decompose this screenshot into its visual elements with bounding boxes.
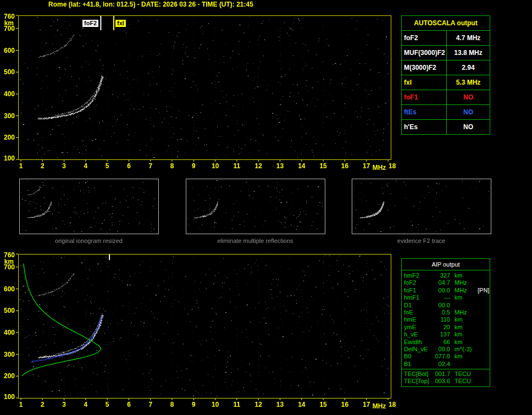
aip-row-extra	[476, 361, 478, 368]
aip-row-extra	[476, 279, 478, 286]
autoscala-row-label: MUF(3000)F2	[402, 46, 447, 60]
aip-row-unit	[450, 361, 476, 368]
aip-row-name: hmF2	[402, 272, 434, 279]
aip-row-extra	[476, 294, 478, 301]
autoscala-row-value: NO	[447, 90, 490, 104]
aip-row-unit: km	[450, 272, 476, 279]
page-title: Rome (lat: +41.8, lon: 012.5) - DATE: 20…	[48, 1, 253, 8]
aip-row: B102.4	[402, 361, 490, 368]
aip-row-unit: km	[450, 339, 476, 346]
autoscala-panel-title: AUTOSCALA output	[402, 16, 490, 30]
thumbnail-caption-original: original ionogram resized	[19, 237, 158, 244]
aip-row-unit: km	[450, 353, 476, 360]
autoscala-row-value: NO	[447, 120, 490, 134]
aip-row-value: 00.0	[434, 346, 450, 353]
aip-row-extra	[476, 339, 478, 346]
aip-row-value: 003.6	[434, 378, 450, 385]
thumbnail-eliminate-reflections	[186, 179, 325, 234]
aip-row-value: 00.0	[434, 302, 450, 309]
aip-row-extra	[476, 316, 478, 323]
aip-row-name: hmE	[402, 316, 434, 323]
autoscala-row-label: foF1	[402, 90, 447, 104]
thumbnail-original-ionogram	[19, 179, 158, 234]
aip-row-name: hmF1	[402, 294, 434, 301]
aip-row: foE0.5MHz	[402, 309, 490, 316]
aip-row-extra	[476, 353, 478, 360]
aip-row: TEC[Top]003.6TECU	[402, 378, 490, 385]
autoscala-table-rows: foF24.7 MHzMUF(3000)F213.8 MHzM(3000)F22…	[402, 30, 490, 134]
aip-row-name: TEC[Bot]	[402, 370, 434, 378]
aip-row-unit: m^(-3)	[450, 346, 476, 353]
aip-row-name: D1	[402, 302, 434, 309]
aip-row-unit: TECU	[450, 370, 476, 378]
aip-row-extra: [PN]	[476, 287, 489, 294]
autoscala-row-value: 4.7 MHz	[447, 31, 490, 45]
aip-row-value: 20	[434, 324, 450, 331]
thumbnail-caption-evidence: evidence F2 trace	[352, 237, 491, 244]
aip-panel-title: AIP output	[402, 259, 490, 270]
autoscala-row: M(3000)F22.94	[402, 60, 490, 75]
aip-row-extra	[476, 272, 478, 279]
aip-row: TEC[Bot]001.7TECU	[402, 370, 490, 378]
aip-row-name: DelN_vE	[402, 346, 434, 353]
autoscala-row-label: foF2	[402, 31, 447, 45]
aip-row-value: 00.0	[434, 287, 450, 294]
autoscala-row: foF1NO	[402, 90, 490, 104]
aip-row-extra	[476, 309, 478, 316]
thumbnail-evidence-f2-trace	[352, 179, 491, 234]
aip-row-unit: km	[450, 316, 476, 323]
main-ionogram-plot	[18, 15, 391, 159]
aip-row-name: foF2	[402, 279, 434, 286]
aip-row-value: 001.7	[434, 370, 450, 378]
aip-row-value: 110	[434, 316, 450, 323]
aip-row: hmF1---km	[402, 294, 490, 301]
autoscala-row: ftEsNO	[402, 104, 490, 119]
aip-row-name: B1	[402, 361, 434, 368]
aip-row-unit: km	[450, 324, 476, 331]
aip-row-value: ---	[434, 294, 450, 301]
aip-row: ymE20km	[402, 324, 490, 331]
autoscala-row: MUF(3000)F213.8 MHz	[402, 45, 490, 60]
autoscala-row: fxI5.3 MHz	[402, 75, 490, 90]
autoscala-row-label: h'Es	[402, 120, 447, 134]
aip-row-unit	[450, 302, 476, 309]
aip-row-extra	[476, 346, 478, 353]
aip-row: hmE110km	[402, 316, 490, 323]
aip-row-extra	[476, 324, 478, 331]
aip-output-panel: AIP output hmF2327kmfoF204.7MHzfoF100.0M…	[401, 258, 490, 387]
autoscala-row: foF24.7 MHz	[402, 30, 490, 45]
profile-ionogram-plot	[18, 254, 391, 398]
aip-row-value: 0.5	[434, 309, 450, 316]
aip-row-unit: TECU	[450, 378, 476, 385]
aip-row-name: B0	[402, 353, 434, 360]
aip-row-unit: MHz	[450, 309, 476, 316]
autoscala-row: h'EsNO	[402, 119, 490, 134]
aip-row-name: ymE	[402, 324, 434, 331]
aip-row: foF204.7MHz	[402, 279, 490, 286]
autoscala-row-value: 5.3 MHz	[447, 75, 490, 90]
autoscala-row-label: M(3000)F2	[402, 60, 447, 75]
aip-row: hmF2327km	[402, 272, 490, 279]
aip-row-name: foF1	[402, 287, 434, 294]
aip-row: Ewidth66km	[402, 339, 490, 346]
aip-row-extra	[476, 331, 478, 338]
aip-row-name: foE	[402, 309, 434, 316]
aip-row: B0077.0km	[402, 353, 490, 360]
autoscala-row-value: 2.94	[447, 60, 490, 75]
autoscala-window: Rome (lat: +41.8, lon: 012.5) - DATE: 20…	[0, 0, 532, 415]
thumbnail-caption-eliminate: eliminate multiple reflections	[186, 237, 325, 244]
autoscala-row-value: 13.8 MHz	[447, 46, 490, 60]
aip-row-name: Ewidth	[402, 339, 434, 346]
aip-row: DelN_vE00.0m^(-3)	[402, 346, 490, 353]
autoscala-row-label: fxI	[402, 75, 447, 90]
aip-row-value: 02.4	[434, 361, 450, 368]
aip-row-value: 04.7	[434, 279, 450, 286]
autoscala-row-label: ftEs	[402, 105, 447, 119]
aip-row: foF100.0MHz[PN]	[402, 287, 490, 294]
aip-row-name: TEC[Top]	[402, 378, 434, 385]
aip-tec-rows: TEC[Bot]001.7TECUTEC[Top]003.6TECU	[402, 369, 490, 386]
aip-table-rows: hmF2327kmfoF204.7MHzfoF100.0MHz[PN]hmF1-…	[402, 270, 490, 369]
aip-row-extra	[476, 302, 478, 309]
aip-row-name: h_vE	[402, 331, 434, 338]
aip-row-unit: km	[450, 331, 476, 338]
